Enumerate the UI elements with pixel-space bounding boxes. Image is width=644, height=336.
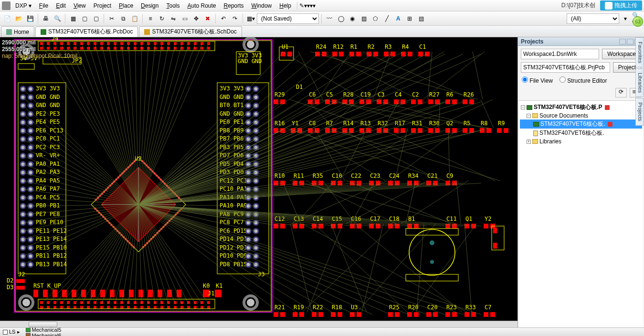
move-button[interactable]: ✥ <box>191 13 201 24</box>
sidetab-projects[interactable]: Projects <box>635 98 644 126</box>
svg-rect-487 <box>357 181 361 185</box>
grid-button[interactable]: ▦▾ <box>245 13 256 24</box>
saved-profile-combo[interactable]: (Not Saved) <box>257 13 319 24</box>
svg-text:R5: R5 <box>464 120 470 127</box>
svg-text:R24: R24 <box>316 43 327 50</box>
dim-button[interactable]: ⊞ <box>404 13 415 24</box>
layer-ls[interactable]: LS ▸ <box>0 329 23 335</box>
svg-text:C24: C24 <box>389 173 400 179</box>
menu-window[interactable]: Window <box>248 2 276 9</box>
track-button[interactable]: ╱ <box>381 13 392 24</box>
svg-rect-526 <box>414 224 419 228</box>
svg-rect-338 <box>100 306 103 309</box>
align-button[interactable]: ≡ <box>145 13 156 24</box>
menu-tools[interactable]: Tools <box>162 2 183 9</box>
notification-bubble[interactable]: 63 <box>633 16 643 27</box>
tree-libraries[interactable]: +Libraries <box>520 138 642 145</box>
panel-dropdown-icon[interactable] <box>619 39 626 44</box>
menu-tool-4[interactable]: ▾ <box>313 2 316 9</box>
menu-dxp[interactable]: DXP ▾ <box>11 2 35 9</box>
svg-rect-501 <box>445 181 450 185</box>
tool-a[interactable]: ▢ <box>79 13 90 24</box>
modified-badge-icon <box>608 122 612 127</box>
svg-rect-460 <box>435 128 440 133</box>
tree-pcb-doc[interactable]: STM32F407VET6核心板. <box>520 119 642 129</box>
menu-tool-1[interactable]: ✎▾ <box>299 2 307 9</box>
svg-rect-471 <box>497 128 502 133</box>
fill-button[interactable]: ▨ <box>359 13 369 24</box>
filter-btn[interactable]: ▾ <box>620 13 631 24</box>
svg-rect-59 <box>194 42 197 45</box>
layer-tab[interactable]: Mechanical5 <box>23 327 67 333</box>
svg-rect-391 <box>401 52 406 56</box>
tree-sch-doc[interactable]: STM32F407VET6核心板. <box>520 129 642 138</box>
fileview-radio[interactable]: File View <box>522 76 553 84</box>
menu-design[interactable]: Design <box>137 2 162 9</box>
project-tree[interactable]: −STM32F407VET6核心板.P −Source Documents ST… <box>519 100 643 327</box>
new-button[interactable]: 📄 <box>2 13 12 24</box>
select-button[interactable]: ▭ <box>179 13 190 24</box>
text-button[interactable]: A <box>393 13 403 24</box>
svg-text:R34: R34 <box>408 173 419 179</box>
menu-view[interactable]: View <box>70 2 90 9</box>
upload-widget[interactable]: 拖拽上传 <box>600 0 642 11</box>
menu-place[interactable]: Place <box>115 2 137 9</box>
sidetab-libraries[interactable]: Libraries <box>635 68 644 97</box>
cut-button[interactable]: ✂ <box>106 13 117 24</box>
paste-button[interactable]: 📋 <box>129 13 140 24</box>
scrollbar-thumb[interactable] <box>29 322 57 327</box>
svg-text:C8: C8 <box>309 120 316 127</box>
tree-source-docs[interactable]: −Source Documents <box>520 112 642 119</box>
flip-button[interactable]: ⇋ <box>168 13 179 24</box>
svg-rect-362 <box>180 306 183 309</box>
tree-project-root[interactable]: −STM32F407VET6核心板.P <box>520 103 642 112</box>
redo-button[interactable]: ↷ <box>230 13 240 24</box>
sidetab-favorites[interactable]: Favorites <box>635 37 644 67</box>
pad-button[interactable]: ◉ <box>347 13 358 24</box>
layer-tab[interactable]: Mechanical6 <box>23 333 67 336</box>
svg-point-101 <box>28 162 33 167</box>
via-button[interactable]: ◯ <box>336 13 346 24</box>
open-button[interactable]: 📂 <box>13 13 24 24</box>
tool-b[interactable]: ▢ <box>91 13 101 24</box>
menu-reports[interactable]: Reports <box>220 2 248 9</box>
svg-text:PA2 PA3: PA2 PA3 <box>36 169 60 175</box>
project-file-field[interactable] <box>521 62 610 73</box>
route-button[interactable]: 〰 <box>324 13 335 24</box>
tab-pcb[interactable]: STM32F407VET6核心板.PcbDoc <box>35 26 138 37</box>
svg-rect-456 <box>411 128 416 133</box>
layer-tabs-bar: LS ▸ TopLayerBottomLayerMechanical1Mecha… <box>0 327 644 336</box>
tree-tool-1[interactable]: ⟳ <box>615 88 627 98</box>
menu-edit[interactable]: Edit <box>52 2 70 9</box>
horizontal-scrollbar[interactable] <box>0 321 517 327</box>
menu-autoroute[interactable]: Auto Route <box>183 2 220 9</box>
copy-button[interactable]: ⧉ <box>118 13 128 24</box>
svg-rect-385 <box>367 52 371 56</box>
print-button[interactable]: 🖶 <box>41 13 51 24</box>
tab-sch[interactable]: STM32F407VET6核心板.SchDoc <box>139 26 242 37</box>
svg-rect-305 <box>100 290 105 297</box>
modified-badge-icon <box>605 105 610 110</box>
clear-button[interactable]: ✖ <box>202 13 213 24</box>
svg-text:PE4 PE5: PE4 PE5 <box>36 119 60 125</box>
menu-project[interactable]: Project <box>90 2 115 9</box>
rotate-button[interactable]: ↻ <box>157 13 167 24</box>
layers-button[interactable]: ▦ <box>68 13 78 24</box>
workspace-combo[interactable] <box>521 49 599 59</box>
svg-point-802 <box>430 260 434 264</box>
filter-combo[interactable]: (All) <box>567 13 619 24</box>
save-button[interactable]: 💾 <box>25 13 35 24</box>
menu-help[interactable]: Help <box>275 2 295 9</box>
svg-point-8 <box>22 299 30 306</box>
pcb-canvas[interactable]: 2590.000 mil 2555.000 mil nap: 5mil Hots… <box>0 37 517 327</box>
comp-button[interactable]: ▤ <box>416 13 426 24</box>
preview-button[interactable]: 🔍 <box>52 13 63 24</box>
svg-point-95 <box>28 145 33 150</box>
panel-pin-icon[interactable] <box>627 39 633 44</box>
svg-rect-64 <box>207 47 210 50</box>
poly-button[interactable]: ⬠ <box>370 13 380 24</box>
undo-button[interactable]: ↶ <box>218 13 229 24</box>
menu-file[interactable]: File <box>35 2 52 9</box>
structure-radio[interactable]: Structure Editor <box>560 76 607 84</box>
tab-home[interactable]: Home <box>1 26 34 37</box>
